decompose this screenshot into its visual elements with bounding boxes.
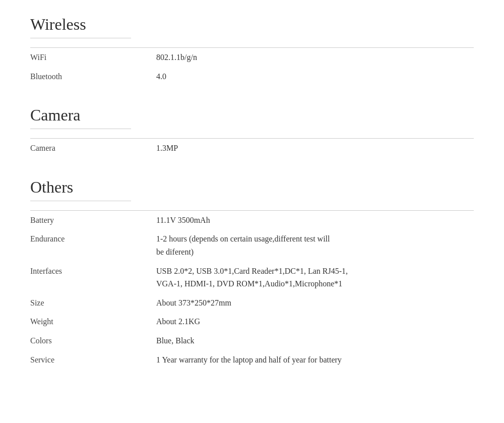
- spec-label-battery: Battery: [30, 211, 156, 230]
- others-title: Others: [30, 168, 474, 201]
- spec-label-interfaces: Interfaces: [30, 262, 156, 293]
- spec-value-endurance: 1-2 hours (depends on certain usage,diff…: [156, 229, 474, 261]
- spec-label-size: Size: [30, 293, 156, 313]
- wireless-title: Wireless: [30, 5, 474, 38]
- spec-label-camera: Camera: [30, 139, 156, 158]
- spec-label-colors: Colors: [30, 331, 156, 350]
- wireless-divider: [30, 38, 131, 38]
- spec-value-camera: 1.3MP: [156, 139, 474, 158]
- table-row: Camera 1.3MP: [30, 139, 474, 158]
- camera-section: Camera Camera 1.3MP: [30, 96, 474, 158]
- spec-value-weight: About 2.1KG: [156, 312, 474, 331]
- spec-value-size: About 373*250*27mm: [156, 293, 474, 313]
- table-row: Endurance 1-2 hours (depends on certain …: [30, 229, 474, 261]
- camera-specs-table: Camera 1.3MP: [30, 139, 474, 158]
- spec-value-colors: Blue, Black: [156, 331, 474, 350]
- others-section: Others Battery 11.1V 3500mAh Endurance 1…: [30, 168, 474, 369]
- wireless-specs-table: WiFi 802.1.1b/g/n Bluetooth 4.0: [30, 48, 474, 86]
- camera-title: Camera: [30, 96, 474, 129]
- table-row: Colors Blue, Black: [30, 331, 474, 350]
- table-row: Bluetooth 4.0: [30, 67, 474, 86]
- spec-value-bluetooth: 4.0: [156, 67, 474, 86]
- table-row: Interfaces USB 2.0*2, USB 3.0*1,Card Rea…: [30, 262, 474, 293]
- spec-label-weight: Weight: [30, 312, 156, 331]
- table-row: Size About 373*250*27mm: [30, 293, 474, 313]
- spec-label-endurance: Endurance: [30, 229, 156, 261]
- spec-value-service: 1 Year warranty for the laptop and half …: [156, 350, 474, 370]
- table-row: Battery 11.1V 3500mAh: [30, 211, 474, 230]
- spec-label-service: Service: [30, 350, 156, 370]
- spec-label-bluetooth: Bluetooth: [30, 67, 156, 86]
- others-specs-table: Battery 11.1V 3500mAh Endurance 1-2 hour…: [30, 211, 474, 369]
- wireless-section: Wireless WiFi 802.1.1b/g/n Bluetooth 4.0: [30, 5, 474, 86]
- spec-label-wifi: WiFi: [30, 48, 156, 67]
- spec-value-battery: 11.1V 3500mAh: [156, 211, 474, 230]
- table-row: Weight About 2.1KG: [30, 312, 474, 331]
- table-row: Service 1 Year warranty for the laptop a…: [30, 350, 474, 370]
- spec-value-interfaces: USB 2.0*2, USB 3.0*1,Card Reader*1,DC*1,…: [156, 262, 474, 293]
- spec-value-wifi: 802.1.1b/g/n: [156, 48, 474, 67]
- others-divider: [30, 201, 131, 201]
- table-row: WiFi 802.1.1b/g/n: [30, 48, 474, 67]
- camera-divider: [30, 129, 131, 129]
